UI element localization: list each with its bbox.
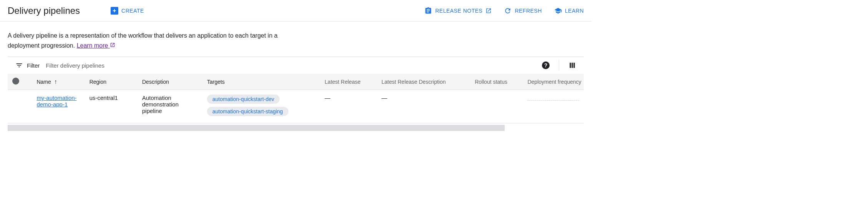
cell-status — [8, 90, 32, 123]
table-row[interactable]: my-automation-demo-app-1 us-central1 Aut… — [8, 90, 584, 123]
plus-icon: + — [111, 7, 118, 15]
cell-description: Automation demonstration pipeline — [137, 90, 202, 123]
col-latest-release-header[interactable]: Latest Release — [320, 74, 377, 90]
col-name-label: Name — [36, 79, 51, 85]
learn-label: Learn — [565, 8, 584, 14]
filter-label-text: Filter — [27, 62, 40, 69]
learn-more-label: Learn more — [77, 42, 108, 49]
target-chip[interactable]: automation-quickstart-dev — [207, 95, 280, 104]
refresh-icon — [504, 7, 512, 15]
col-region-label: Region — [89, 79, 106, 85]
notes-icon — [424, 7, 432, 15]
col-deploy-freq-header[interactable]: Deployment frequency — [523, 74, 584, 90]
learn-icon — [554, 7, 562, 15]
help-icon[interactable]: ? — [542, 61, 550, 69]
release-notes-button[interactable]: Release Notes — [424, 7, 492, 15]
refresh-label: Refresh — [515, 8, 542, 14]
release-notes-label: Release Notes — [435, 8, 482, 14]
col-deploy-freq-label: Deployment frequency — [527, 79, 581, 85]
description-section: A delivery pipeline is a representation … — [0, 22, 292, 56]
header-actions-left: + Create — [111, 7, 144, 15]
horizontal-scrollbar[interactable] — [8, 125, 505, 131]
cell-latest-release-desc: — — [377, 90, 470, 123]
page-header: Delivery pipelines + Create Release Note… — [0, 0, 591, 22]
pipelines-table: Name ↑ Region Description Targets Latest… — [8, 74, 584, 123]
open-in-new-icon — [110, 42, 115, 48]
create-button-label: Create — [121, 8, 144, 14]
create-button[interactable]: + Create — [111, 7, 144, 15]
col-targets-label: Targets — [207, 79, 225, 85]
col-latest-release-desc-label: Latest Release Description — [381, 79, 446, 85]
filter-icon — [15, 61, 23, 69]
col-description-header[interactable]: Description — [137, 74, 202, 90]
cell-region: us-central1 — [85, 90, 137, 123]
cell-targets: automation-quickstart-dev automation-qui… — [202, 90, 320, 123]
filter-input[interactable] — [46, 62, 542, 69]
col-latest-release-desc-header[interactable]: Latest Release Description — [377, 74, 470, 90]
cell-rollout-status — [470, 90, 523, 123]
description-body: A delivery pipeline is a representation … — [8, 32, 278, 49]
col-region-header[interactable]: Region — [85, 74, 137, 90]
target-chips: automation-quickstart-dev automation-qui… — [207, 95, 315, 118]
pipeline-name-link[interactable]: my-automation-demo-app-1 — [36, 95, 76, 108]
refresh-button[interactable]: Refresh — [504, 7, 542, 15]
col-description-label: Description — [142, 79, 169, 85]
page-title: Delivery pipelines — [8, 5, 80, 16]
cell-name: my-automation-demo-app-1 — [32, 90, 84, 123]
deploy-freq-placeholder — [527, 95, 579, 101]
cell-deploy-freq — [523, 90, 584, 123]
filter-label-group: Filter — [15, 61, 40, 69]
col-rollout-status-header[interactable]: Rollout status — [470, 74, 523, 90]
filter-right-icons: ? — [542, 60, 576, 71]
learn-more-link[interactable]: Learn more — [77, 42, 115, 49]
col-rollout-status-label: Rollout status — [475, 79, 507, 85]
header-actions-right: Release Notes Refresh Learn — [424, 7, 584, 15]
col-status-header[interactable] — [8, 74, 32, 90]
table-header-row: Name ↑ Region Description Targets Latest… — [8, 74, 584, 90]
description-text: A delivery pipeline is a representation … — [8, 31, 284, 50]
col-targets-header[interactable]: Targets — [202, 74, 320, 90]
learn-button[interactable]: Learn — [554, 7, 584, 15]
cell-latest-release: — — [320, 90, 377, 123]
target-chip[interactable]: automation-quickstart-staging — [207, 107, 288, 116]
divider — [559, 60, 559, 71]
sort-ascending-icon: ↑ — [54, 78, 57, 85]
col-name-header[interactable]: Name ↑ — [32, 74, 84, 90]
filter-bar: Filter ? — [8, 56, 584, 74]
columns-icon[interactable] — [568, 61, 576, 69]
open-in-new-icon — [485, 8, 492, 14]
col-latest-release-label: Latest Release — [325, 79, 360, 85]
status-dot-icon — [12, 78, 19, 85]
table-wrapper: Name ↑ Region Description Targets Latest… — [8, 74, 584, 123]
